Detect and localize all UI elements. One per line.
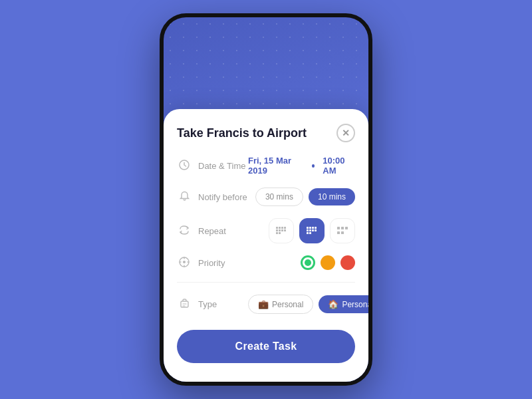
- svg-rect-19: [307, 232, 309, 234]
- type-label: Type: [198, 299, 248, 309]
- svg-rect-12: [309, 227, 311, 229]
- priority-low-button[interactable]: [301, 255, 315, 270]
- repeat-controls: [269, 218, 355, 243]
- priority-row: Priority: [177, 255, 355, 270]
- notify-row: Notify before 30 mins 10 mins: [177, 188, 355, 206]
- date-value: Fri, 15 Mar 2019: [248, 156, 304, 176]
- svg-rect-6: [279, 229, 281, 231]
- modal-header: Take Francis to Airport ✕: [177, 124, 355, 142]
- svg-rect-9: [276, 232, 278, 234]
- bell-icon: [177, 191, 192, 203]
- svg-rect-17: [312, 229, 314, 231]
- modal-title: Take Francis to Airport: [177, 126, 307, 140]
- priority-medium-button[interactable]: [321, 255, 335, 270]
- priority-label: Priority: [198, 258, 248, 268]
- svg-rect-18: [315, 229, 317, 231]
- svg-rect-8: [284, 229, 286, 231]
- svg-rect-22: [341, 227, 344, 229]
- create-task-button[interactable]: Create Task: [177, 330, 355, 363]
- repeat-row: Repeat: [177, 218, 355, 243]
- svg-rect-10: [279, 232, 281, 234]
- svg-rect-24: [337, 231, 340, 234]
- briefcase-icon: 💼: [258, 299, 269, 309]
- datetime-row: Date & Time Fri, 15 Mar 2019 10:00 AM: [177, 156, 355, 176]
- notify-controls: 30 mins 10 mins: [255, 188, 355, 206]
- svg-rect-4: [284, 227, 286, 229]
- time-value: 10:00 AM: [323, 156, 355, 176]
- repeat-label: Repeat: [198, 226, 248, 236]
- svg-rect-16: [309, 229, 311, 231]
- phone-frame: Take Francis to Airport ✕ Date & Time Fr…: [160, 13, 372, 386]
- repeat-monthly-button[interactable]: [330, 218, 355, 243]
- notify-label: Notify before: [198, 192, 248, 202]
- svg-point-27: [183, 261, 186, 263]
- svg-rect-15: [307, 229, 309, 231]
- datetime-label: Date & Time: [198, 161, 248, 171]
- type-row: Type 💼 Personal 🏠 Personal: [177, 282, 355, 314]
- datetime-values: Fri, 15 Mar 2019 10:00 AM: [248, 156, 355, 176]
- priority-high-button[interactable]: [340, 255, 355, 270]
- priority-controls: [301, 255, 355, 270]
- type-controls: 💼 Personal 🏠 Personal: [248, 295, 372, 314]
- svg-rect-20: [309, 232, 311, 234]
- svg-rect-21: [337, 227, 340, 229]
- type-icon: [177, 298, 192, 311]
- svg-rect-3: [281, 227, 283, 229]
- svg-rect-23: [345, 227, 348, 229]
- home-icon: 🏠: [328, 299, 338, 309]
- priority-icon: [177, 257, 192, 269]
- svg-rect-11: [307, 227, 309, 229]
- type-work-button[interactable]: 💼 Personal: [248, 295, 313, 314]
- separator-dot: [312, 164, 315, 168]
- svg-rect-5: [276, 229, 278, 231]
- type-personal-button[interactable]: 🏠 Personal: [319, 295, 372, 313]
- clock-icon: [177, 160, 192, 172]
- close-icon: ✕: [342, 128, 350, 138]
- repeat-weekly-button[interactable]: [269, 218, 294, 243]
- task-modal: Take Francis to Airport ✕ Date & Time Fr…: [164, 109, 368, 382]
- notify-10min-button[interactable]: 10 mins: [309, 188, 355, 205]
- svg-rect-13: [312, 227, 314, 229]
- repeat-icon: [177, 225, 192, 237]
- close-button[interactable]: ✕: [336, 124, 355, 142]
- notify-30min-button[interactable]: 30 mins: [255, 188, 303, 206]
- repeat-daily-button[interactable]: [299, 218, 325, 243]
- svg-rect-25: [341, 231, 344, 234]
- svg-rect-14: [315, 227, 317, 229]
- svg-rect-7: [281, 229, 283, 231]
- svg-rect-1: [276, 227, 278, 229]
- svg-rect-2: [279, 227, 281, 229]
